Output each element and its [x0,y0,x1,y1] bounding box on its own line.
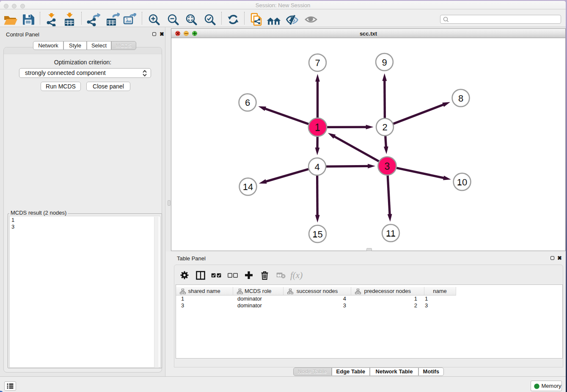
svg-text:15: 15 [312,229,322,240]
svg-text:11: 11 [386,228,396,239]
svg-text:6: 6 [245,97,250,108]
svg-text:10: 10 [457,177,467,188]
svg-text:4: 4 [314,162,319,172]
svg-text:14: 14 [243,182,253,192]
svg-text:2: 2 [382,122,387,133]
svg-text:9: 9 [382,57,387,68]
svg-text:7: 7 [315,58,320,68]
svg-text:1: 1 [315,122,320,133]
svg-text:8: 8 [458,93,463,104]
svg-text:3: 3 [385,161,390,172]
